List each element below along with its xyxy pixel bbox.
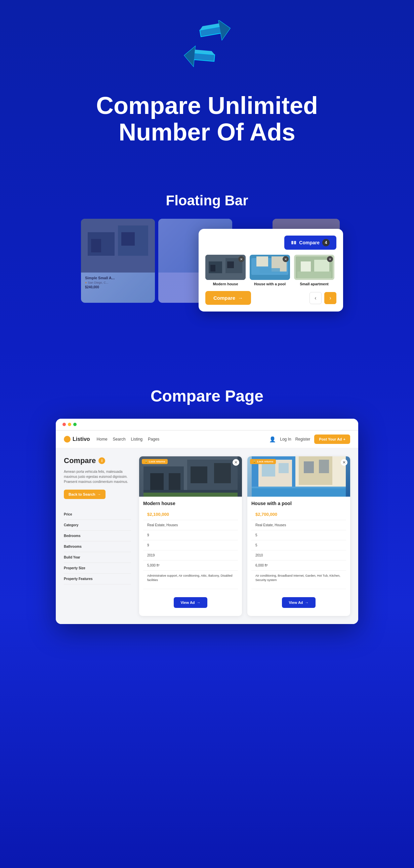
pool-house-size: 6,000 ft²	[251, 560, 346, 570]
properties-panel: 🔒 Lock returns ✕ Modern house $2,100,000…	[139, 456, 350, 616]
pool-house-category: Real Estate, Houses	[251, 520, 346, 530]
compare-description: Aenean porta vehicula felis, malesuada m…	[64, 469, 131, 484]
pool-house-content: House with a pool $2,700,000 Real Estate…	[247, 497, 350, 593]
site-nav: Listivo Home Search Listing Pages 👤 Log …	[56, 431, 358, 448]
compare-bar-footer: Compare → ‹ ›	[205, 291, 337, 305]
nav-home[interactable]: Home	[97, 437, 107, 441]
nav-pages[interactable]: Pages	[148, 437, 159, 441]
nav-actions: 👤 Log In Register Post Your Ad +	[269, 434, 350, 444]
label-category: Category	[64, 520, 131, 531]
compare-now-btn[interactable]: Compare →	[205, 291, 251, 305]
label-price: Price	[64, 509, 131, 520]
modern-house-price: $2,100,000	[143, 509, 238, 520]
pool-house-build-year: 2010	[251, 551, 346, 560]
left-panel: Compare i Aenean porta vehicula felis, m…	[64, 456, 131, 616]
svg-rect-37	[169, 473, 181, 490]
compare-nav-btns: ‹ ›	[310, 292, 337, 304]
compare-toggle-btn[interactable]: Compare 4	[284, 236, 337, 250]
nav-listing[interactable]: Listing	[131, 437, 143, 441]
floating-bar-section-title: Floating Bar	[166, 192, 248, 209]
property-col-modern-house: 🔒 Lock returns ✕ Modern house $2,100,000…	[139, 456, 242, 616]
svg-rect-12	[121, 232, 135, 246]
modern-house-category: Real Estate, Houses	[143, 520, 238, 530]
floating-bar-demo: Simple Small A... ● San Diego, C... $240…	[81, 219, 333, 346]
svg-rect-11	[91, 239, 101, 252]
site-logo: Listivo	[64, 436, 90, 442]
svg-rect-51	[304, 461, 314, 473]
logo-text: Listivo	[72, 436, 90, 442]
compare-arrows-icon	[180, 20, 234, 75]
svg-marker-7	[184, 45, 195, 66]
back-to-search-btn[interactable]: Back to Search →	[64, 490, 105, 499]
main-content: Compare i Aenean porta vehicula felis, m…	[56, 448, 358, 624]
compare-items-list: ✕ Modern house	[205, 255, 337, 286]
browser-dot-close[interactable]	[63, 423, 66, 426]
compare-item-modern-house: ✕ Modern house	[205, 255, 246, 286]
svg-rect-52	[319, 460, 329, 473]
bg-card-left-location: ● San Diego, C...	[85, 281, 151, 284]
modern-house-name: Modern house	[143, 501, 238, 506]
svg-rect-47	[279, 463, 289, 473]
nav-login[interactable]: Log In	[280, 437, 291, 441]
modern-house-content: Modern house $2,100,000 Real Estate, Hou…	[139, 497, 242, 593]
compare-page-title: Compare Page	[151, 387, 263, 405]
svg-rect-16	[291, 241, 293, 244]
svg-rect-25	[256, 256, 268, 267]
svg-rect-32	[297, 272, 331, 278]
svg-rect-38	[191, 466, 207, 483]
compare-count-badge: 4	[322, 239, 330, 246]
label-property-size: Property Size	[64, 563, 131, 574]
svg-rect-46	[262, 463, 275, 476]
pool-house-price: $2,700,000	[251, 509, 346, 520]
nav-search[interactable]: Search	[113, 437, 126, 441]
label-build-year: Build Year	[64, 552, 131, 563]
pool-house-bedrooms: 5	[251, 530, 346, 540]
svg-rect-39	[214, 463, 231, 483]
browser-dots	[63, 423, 76, 426]
modern-house-bathrooms: 9	[143, 540, 238, 551]
label-bedrooms: Bedrooms	[64, 531, 131, 541]
hero-section: Compare Unlimited Number Of Ads	[0, 0, 414, 192]
compare-item-pool-house-label: House with a pool	[250, 282, 290, 286]
compare-info-icon: i	[98, 457, 105, 464]
compare-item-apartment: ✕ Small apartment	[294, 255, 335, 286]
compare-floating-bar: Compare 4	[199, 229, 343, 311]
property-col-pool-house: 🔒 Lock returns ✕ House with a pool $2,70…	[247, 456, 350, 616]
svg-rect-27	[260, 268, 280, 273]
comparison-rows: Price Category Bedrooms Bathrooms Build …	[64, 509, 131, 584]
nav-register[interactable]: Register	[295, 437, 311, 441]
modern-house-size: 5,000 ft²	[143, 560, 238, 570]
svg-rect-49	[252, 488, 346, 497]
compare-prev-btn[interactable]: ‹	[310, 292, 322, 304]
browser-toolbar	[56, 419, 358, 431]
modern-house-bedrooms: 9	[143, 530, 238, 540]
browser-dot-maximize[interactable]	[73, 423, 76, 426]
modern-house-img: 🔒 Lock returns ✕	[139, 456, 242, 497]
pool-house-name: House with a pool	[251, 501, 346, 506]
compare-item-apartment-label: Small apartment	[294, 282, 335, 286]
bg-card-left-price: $240,000	[85, 285, 151, 289]
modern-house-lock-badge: 🔒 Lock returns	[142, 459, 168, 464]
svg-marker-3	[218, 20, 232, 40]
compare-item-modern-house-label: Modern house	[205, 282, 246, 286]
svg-rect-17	[294, 241, 296, 244]
floating-bar-section: Floating Bar	[0, 192, 414, 373]
svg-rect-21	[210, 265, 215, 272]
logo-icon	[64, 436, 70, 442]
browser-mockup: Listivo Home Search Listing Pages 👤 Log …	[56, 419, 358, 624]
browser-dot-minimize[interactable]	[68, 423, 71, 426]
nav-user-icon: 👤	[269, 436, 276, 442]
modern-house-view-ad-btn[interactable]: View Ad →	[174, 597, 207, 608]
pool-house-view-ad-btn[interactable]: View Ad →	[282, 597, 315, 608]
nav-links: Home Search Listing Pages	[97, 437, 263, 441]
svg-rect-41	[144, 493, 237, 497]
svg-rect-36	[150, 473, 164, 490]
modern-house-build-year: 2019	[143, 551, 238, 560]
bg-card-left: Simple Small A... ● San Diego, C... $240…	[81, 219, 155, 303]
label-property-features: Property Features	[64, 574, 131, 584]
compare-next-btn[interactable]: ›	[324, 292, 337, 304]
label-bathrooms: Bathrooms	[64, 541, 131, 552]
compare-page-section: Compare Page Listivo Home Search Listing…	[0, 373, 414, 651]
post-ad-btn[interactable]: Post Your Ad +	[314, 434, 350, 444]
pool-house-features: Air conditioning, Broadband Internet, Ga…	[251, 570, 346, 589]
